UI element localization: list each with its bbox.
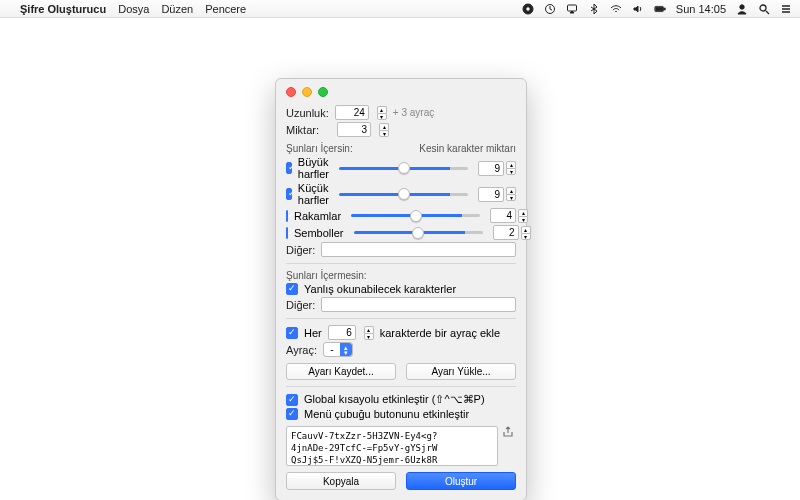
include-count-stepper-3[interactable]: ▴▾ <box>521 226 531 240</box>
battery-icon[interactable] <box>654 3 666 15</box>
amount-input[interactable] <box>341 124 367 135</box>
include-count-input-3[interactable] <box>497 227 515 238</box>
exclude-other-label: Diğer: <box>286 299 315 311</box>
volume-icon[interactable] <box>632 3 644 15</box>
svg-point-1 <box>526 6 530 10</box>
menubar-icon-checkbox[interactable] <box>286 408 298 420</box>
wifi-icon[interactable] <box>610 3 622 15</box>
include-count-field-2[interactable] <box>490 208 516 223</box>
include-other-input[interactable] <box>321 242 516 257</box>
separator-every-field[interactable] <box>328 325 356 340</box>
separator-every-suffix: karakterde bir ayraç ekle <box>380 327 500 339</box>
airplay-icon[interactable] <box>566 3 578 15</box>
divider <box>286 263 516 264</box>
separator-select[interactable]: - ▴▾ <box>323 342 353 357</box>
user-icon[interactable] <box>736 3 748 15</box>
svg-point-7 <box>740 4 744 8</box>
exclude-ambiguous-label: Yanlış okunabilecek karakterler <box>304 283 456 295</box>
menu-edit[interactable]: Düzen <box>161 3 193 15</box>
app-title[interactable]: Şifre Oluşturucu <box>20 3 106 15</box>
divider <box>286 386 516 387</box>
length-label: Uzunluk: <box>286 107 329 119</box>
include-checkbox-3[interactable] <box>286 227 288 239</box>
window-minimize-button[interactable] <box>302 87 312 97</box>
menu-window[interactable]: Pencere <box>205 3 246 15</box>
share-icon[interactable] <box>502 426 514 438</box>
window-titlebar <box>286 85 516 103</box>
bluetooth-icon[interactable] <box>588 3 600 15</box>
include-slider-0[interactable] <box>339 167 468 170</box>
exclude-other-input[interactable] <box>321 297 516 312</box>
include-count-input-2[interactable] <box>494 210 512 221</box>
exclude-header: Şunları İçermesin: <box>286 270 367 281</box>
include-count-stepper-1[interactable]: ▴▾ <box>506 187 516 201</box>
include-slider-1[interactable] <box>339 193 468 196</box>
status-dot-icon[interactable] <box>522 3 534 15</box>
exact-header: Kesin karakter miktarı <box>419 143 516 154</box>
spotlight-icon[interactable] <box>758 3 770 15</box>
global-shortcut-label: Global kısayolu etkinleştir (⇧^⌥⌘P) <box>304 393 485 406</box>
include-slider-3[interactable] <box>354 231 483 234</box>
length-stepper[interactable]: ▴▾ <box>377 106 387 120</box>
generate-button[interactable]: Oluştur <box>406 472 516 490</box>
include-label-1: Küçük harfler <box>298 182 329 206</box>
menubar-clock[interactable]: Sun 14:05 <box>676 3 726 15</box>
copy-button[interactable]: Kopyala <box>286 472 396 490</box>
output-textarea[interactable] <box>286 426 498 466</box>
separator-every-input[interactable] <box>332 327 352 338</box>
include-checkbox-0[interactable] <box>286 162 292 174</box>
length-input[interactable] <box>339 107 365 118</box>
include-slider-2[interactable] <box>351 214 480 217</box>
include-header: Şunları İçersin: <box>286 143 353 154</box>
separator-every-checkbox[interactable] <box>286 327 298 339</box>
svg-rect-3 <box>567 5 576 11</box>
include-count-input-0[interactable] <box>482 163 500 174</box>
svg-rect-5 <box>656 7 663 10</box>
window-zoom-button[interactable] <box>318 87 328 97</box>
include-checkbox-2[interactable] <box>286 210 288 222</box>
amount-field[interactable] <box>337 122 371 137</box>
include-label-2: Rakamlar <box>294 210 341 222</box>
include-other-label: Diğer: <box>286 244 315 256</box>
include-count-stepper-0[interactable]: ▴▾ <box>506 161 516 175</box>
separator-value: - <box>330 344 333 355</box>
include-count-field-0[interactable] <box>478 161 504 176</box>
menu-file[interactable]: Dosya <box>118 3 149 15</box>
amount-label: Miktar: <box>286 124 319 136</box>
length-field[interactable] <box>335 105 369 120</box>
separator-every-stepper[interactable]: ▴▾ <box>364 326 374 340</box>
include-label-0: Büyük harfler <box>298 156 329 180</box>
menubar: Şifre Oluşturucu Dosya Düzen Pencere Sun… <box>0 0 800 18</box>
global-shortcut-checkbox[interactable] <box>286 394 298 406</box>
divider <box>286 318 516 319</box>
include-count-field-1[interactable] <box>478 187 504 202</box>
chevron-updown-icon: ▴▾ <box>340 343 352 356</box>
window-close-button[interactable] <box>286 87 296 97</box>
svg-rect-6 <box>664 8 665 10</box>
svg-point-8 <box>760 5 766 11</box>
include-count-input-1[interactable] <box>482 189 500 200</box>
include-checkbox-1[interactable] <box>286 188 292 200</box>
amount-stepper[interactable]: ▴▾ <box>379 123 389 137</box>
separator-every-label: Her <box>304 327 322 339</box>
length-suffix: + 3 ayraç <box>393 107 434 118</box>
save-preset-button[interactable]: Ayarı Kaydet... <box>286 363 396 380</box>
include-count-field-3[interactable] <box>493 225 519 240</box>
load-preset-button[interactable]: Ayarı Yükle... <box>406 363 516 380</box>
separator-label: Ayraç: <box>286 344 317 356</box>
exclude-ambiguous-checkbox[interactable] <box>286 283 298 295</box>
password-generator-window: Uzunluk: ▴▾ + 3 ayraç Miktar: ▴▾ Şunları… <box>275 78 527 500</box>
timemachine-icon[interactable] <box>544 3 556 15</box>
include-label-3: Semboller <box>294 227 344 239</box>
include-count-stepper-2[interactable]: ▴▾ <box>518 209 528 223</box>
menubar-icon-label: Menü çubuğu butonunu etkinleştir <box>304 408 469 420</box>
notification-center-icon[interactable] <box>780 3 792 15</box>
